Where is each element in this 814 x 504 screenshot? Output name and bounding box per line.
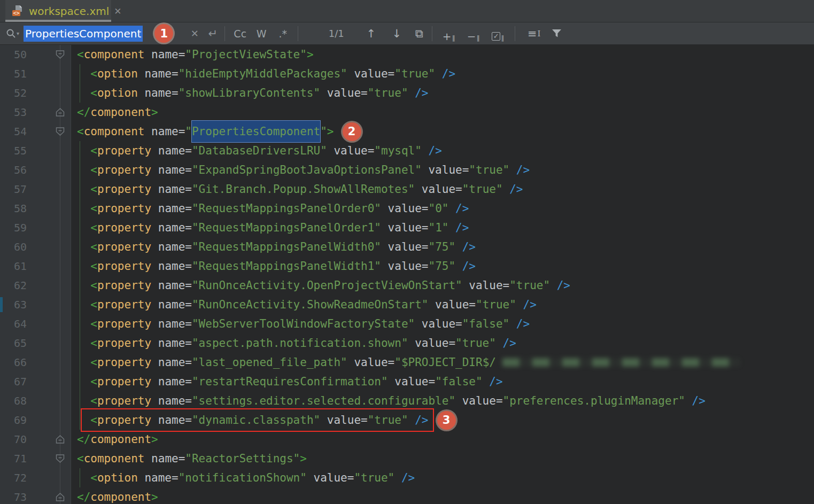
code-text[interactable]: <option name="showLibraryContents" value… (71, 83, 428, 103)
gutter: 65 (0, 334, 71, 353)
code-token: "false" (435, 372, 483, 391)
code-token: /> (503, 180, 523, 199)
fold-start-icon[interactable] (55, 454, 65, 463)
clear-search-icon[interactable]: ✕ (187, 26, 202, 42)
callout-badge-3: 3 (437, 411, 456, 430)
code-token: value= (415, 180, 462, 199)
select-all-occurrences-icon[interactable]: ✓ ∥ (489, 26, 508, 42)
code-text[interactable]: <property name="last_opened_file_path" v… (71, 353, 740, 372)
gutter: 68 (0, 391, 71, 410)
tab-title: workspace.xml (29, 5, 109, 18)
code-token: < (77, 122, 84, 141)
code-token: name= (151, 199, 192, 218)
code-text[interactable]: <property name="aspect.path.notification… (71, 334, 516, 353)
code-text[interactable]: <property name="restartRequiresConfirmat… (71, 372, 503, 391)
code-token: < (77, 353, 97, 372)
line-number: 63 (0, 298, 27, 311)
gutter: 51 (0, 64, 71, 83)
code-token: < (77, 372, 97, 391)
fold-end-icon[interactable] (55, 493, 65, 502)
code-token: /> (509, 314, 530, 334)
fold-end-icon[interactable] (55, 435, 65, 444)
fold-start-icon[interactable] (55, 50, 65, 59)
code-text[interactable]: <property name="RunOnceActivity.ShowRead… (71, 295, 537, 314)
code-token: name= (151, 160, 192, 180)
code-token: name= (151, 372, 192, 391)
search-icon[interactable]: ▾ (5, 28, 19, 40)
tab-workspace-xml[interactable]: <> workspace.xml ✕ (5, 0, 111, 22)
code-text[interactable]: <component name="ReactorSettings"> (71, 449, 307, 468)
code-token: "$PROJECT_DIR$/ (394, 353, 496, 372)
code-text[interactable]: <property name="RequestMappingsPanelOrde… (71, 199, 469, 218)
tab-close-icon[interactable]: ✕ (114, 6, 121, 17)
fold-start-icon[interactable] (55, 127, 65, 136)
search-view-options-icon[interactable]: ≡ I (525, 26, 543, 42)
code-text[interactable]: <component name="ProjectViewState"> (71, 45, 314, 64)
code-token: value= (388, 372, 436, 391)
next-occurrence-icon[interactable]: ↓ (388, 26, 405, 42)
words-button[interactable]: W (252, 26, 270, 42)
code-token: </ (77, 487, 90, 504)
code-token: < (77, 449, 84, 468)
remove-occurrence-icon[interactable]: − ∥ (464, 26, 483, 42)
code-text[interactable]: <property name="RequestMappingsPanelWidt… (71, 257, 476, 276)
code-token: </ (77, 103, 90, 122)
code-line-65: 65 <property name="aspect.path.notificat… (0, 334, 814, 353)
code-token: property (97, 237, 151, 257)
code-token: /> (448, 218, 469, 237)
code-token: "WebServerToolWindowFactoryState" (192, 314, 415, 334)
line-number: 56 (0, 164, 27, 176)
code-text[interactable]: </component> (71, 487, 158, 504)
code-editor: 50<component name="ProjectViewState">51 … (0, 45, 814, 504)
code-token: component (90, 487, 151, 504)
redacted-text-blur (502, 358, 740, 367)
code-text[interactable]: <option name="hideEmptyMiddlePackages" v… (71, 64, 455, 83)
code-text[interactable]: <property name="RunOnceActivity.OpenProj… (71, 276, 570, 295)
fold-end-icon[interactable] (55, 108, 65, 117)
code-token: "0" (428, 199, 448, 218)
gutter: 69 (0, 410, 71, 430)
code-token: value= (455, 391, 503, 410)
open-in-find-window-icon[interactable]: ⧉ (410, 26, 428, 42)
code-token: < (77, 160, 97, 180)
code-text[interactable]: <property name="ExpandSpringBootJavaOpti… (71, 160, 530, 180)
code-line-70: 70</component> (0, 430, 814, 449)
gutter: 57 (0, 180, 71, 199)
line-number: 71 (0, 452, 27, 465)
code-token: "ExpandSpringBootJavaOptionsPanel" (192, 160, 422, 180)
regex-button[interactable]: .* (274, 26, 292, 42)
code-token: "true" (368, 83, 408, 103)
match-counter: 1/1 (319, 28, 354, 39)
filter-icon[interactable] (548, 26, 564, 42)
gutter: 73 (0, 487, 71, 504)
code-text[interactable]: <property name="Git.Branch.Popup.ShowAll… (71, 180, 523, 199)
match-case-button[interactable]: Cc (231, 26, 249, 42)
code-text[interactable]: <property name="settings.editor.selected… (71, 391, 706, 410)
code-line-51: 51 <option name="hideEmptyMiddlePackages… (0, 64, 814, 83)
code-text[interactable]: <property name="dynamic.classpath" value… (71, 410, 456, 430)
divider (515, 26, 515, 41)
code-token: /> (448, 199, 469, 218)
code-text[interactable]: <option name="notificationShown" value="… (71, 468, 415, 487)
code-text[interactable]: <property name="DatabaseDriversLRU" valu… (71, 141, 442, 160)
add-occurrence-icon[interactable]: + ∥ (439, 26, 459, 42)
previous-occurrence-icon[interactable]: ↑ (362, 26, 379, 42)
search-input[interactable]: PropertiesComponent (24, 27, 143, 40)
code-token: property (97, 334, 151, 353)
code-text[interactable]: <property name="WebServerToolWindowFacto… (71, 314, 530, 334)
code-token: /> (408, 414, 429, 427)
code-line-57: 57 <property name="Git.Branch.Popup.Show… (0, 180, 814, 199)
code-token: "RunOnceActivity.ShowReadmeOnStart" (192, 295, 429, 314)
line-number: 60 (0, 241, 27, 253)
code-text[interactable]: </component> (71, 103, 158, 122)
code-text[interactable]: <property name="RequestMappingsPanelWidt… (71, 237, 476, 257)
newline-icon[interactable]: ↵ (205, 26, 220, 42)
code-text[interactable]: <property name="RequestMappingsPanelOrde… (71, 218, 469, 237)
code-text[interactable]: </component> (71, 430, 158, 449)
gutter: 67 (0, 372, 71, 391)
code-token: > (151, 430, 158, 449)
code-text[interactable]: <component name="PropertiesComponent">2 (71, 120, 361, 143)
code-token: name= (151, 334, 192, 353)
code-token: property (97, 141, 151, 160)
code-line-60: 60 <property name="RequestMappingsPanelW… (0, 237, 814, 257)
